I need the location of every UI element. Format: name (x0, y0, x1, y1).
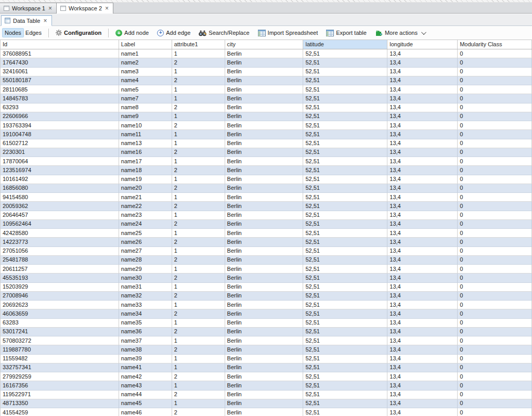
cell-id[interactable]: 61502712 (1, 139, 119, 148)
cell-latitude[interactable]: 52,51 (303, 175, 387, 184)
cell-city[interactable]: Berlin (225, 139, 304, 148)
cell-modularity-class[interactable]: 0 (458, 229, 532, 238)
cell-latitude[interactable]: 52,51 (303, 229, 387, 238)
cell-attribute1[interactable]: 2 (172, 148, 225, 157)
cell-city[interactable]: Berlin (225, 301, 304, 309)
cell-label[interactable]: name3 (119, 68, 172, 76)
cell-modularity-class[interactable]: 0 (458, 112, 532, 121)
cell-longitude[interactable]: 13,4 (387, 399, 458, 408)
cell-latitude[interactable]: 52,51 (303, 85, 387, 94)
cell-city[interactable]: Berlin (225, 372, 304, 381)
cell-id[interactable]: 332757341 (1, 363, 119, 372)
cell-longitude[interactable]: 13,4 (387, 345, 458, 354)
cell-modularity-class[interactable]: 0 (458, 256, 532, 265)
cell-id[interactable]: 63283 (1, 319, 119, 328)
cell-label[interactable]: name8 (119, 103, 172, 112)
cell-latitude[interactable]: 52,51 (303, 76, 387, 85)
cell-city[interactable]: Berlin (225, 238, 304, 246)
cell-label[interactable]: name45 (119, 399, 172, 408)
cell-attribute1[interactable]: 1 (172, 336, 225, 345)
cell-id[interactable]: 15203929 (1, 283, 119, 292)
cell-city[interactable]: Berlin (225, 229, 304, 238)
cell-id[interactable]: 17647430 (1, 58, 119, 67)
table-row[interactable]: 53017241 name36 2 Berlin 52,51 13,4 0 (1, 328, 532, 336)
cell-modularity-class[interactable]: 0 (458, 130, 532, 139)
cell-latitude[interactable]: 52,51 (303, 283, 387, 292)
cell-attribute1[interactable]: 2 (172, 256, 225, 265)
cell-label[interactable]: name17 (119, 157, 172, 166)
cell-modularity-class[interactable]: 0 (458, 175, 532, 184)
cell-id[interactable]: 2230301 (1, 148, 119, 157)
cell-id[interactable]: 16167356 (1, 381, 119, 390)
table-row[interactable]: 119522971 name44 2 Berlin 52,51 13,4 0 (1, 391, 532, 399)
cell-attribute1[interactable]: 2 (172, 372, 225, 381)
cell-city[interactable]: Berlin (225, 247, 304, 256)
column-header-label[interactable]: Label (119, 40, 172, 49)
cell-attribute1[interactable]: 1 (172, 363, 225, 372)
cell-label[interactable]: name32 (119, 292, 172, 301)
cell-latitude[interactable]: 52,51 (303, 49, 387, 58)
cell-id[interactable]: 45535193 (1, 274, 119, 282)
cell-attribute1[interactable]: 1 (172, 399, 225, 408)
cell-latitude[interactable]: 52,51 (303, 121, 387, 130)
cell-city[interactable]: Berlin (225, 274, 304, 282)
cell-longitude[interactable]: 13,4 (387, 301, 458, 309)
cell-id[interactable]: 20059362 (1, 202, 119, 211)
table-row[interactable]: 20692623 name33 1 Berlin 52,51 13,4 0 (1, 301, 532, 309)
cell-longitude[interactable]: 13,4 (387, 372, 458, 381)
cell-attribute1[interactable]: 1 (172, 112, 225, 121)
cell-label[interactable]: name34 (119, 309, 172, 318)
cell-longitude[interactable]: 13,4 (387, 355, 458, 363)
cell-attribute1[interactable]: 2 (172, 408, 225, 416)
table-row[interactable]: 109562464 name24 2 Berlin 52,51 13,4 0 (1, 220, 532, 229)
export-table-button[interactable]: Export table (323, 28, 369, 38)
cell-id[interactable]: 63293 (1, 103, 119, 112)
cell-attribute1[interactable]: 2 (172, 103, 225, 112)
cell-modularity-class[interactable]: 0 (458, 328, 532, 336)
table-row[interactable]: 15203929 name31 1 Berlin 52,51 13,4 0 (1, 283, 532, 292)
cell-label[interactable]: name18 (119, 166, 172, 175)
cell-city[interactable]: Berlin (225, 283, 304, 292)
cell-modularity-class[interactable]: 0 (458, 265, 532, 274)
cell-latitude[interactable]: 52,51 (303, 408, 387, 416)
cell-longitude[interactable]: 13,4 (387, 148, 458, 157)
cell-id[interactable]: 32416061 (1, 68, 119, 76)
cell-id[interactable]: 27051056 (1, 247, 119, 256)
table-row[interactable]: 63293 name8 2 Berlin 52,51 13,4 0 (1, 103, 532, 112)
cell-city[interactable]: Berlin (225, 202, 304, 211)
cell-modularity-class[interactable]: 0 (458, 139, 532, 148)
table-row[interactable]: 570803272 name37 1 Berlin 52,51 13,4 0 (1, 336, 532, 345)
cell-latitude[interactable]: 52,51 (303, 319, 387, 328)
cell-modularity-class[interactable]: 0 (458, 103, 532, 112)
cell-city[interactable]: Berlin (225, 211, 304, 220)
table-row[interactable]: 22606966 name9 1 Berlin 52,51 13,4 0 (1, 112, 532, 121)
cell-city[interactable]: Berlin (225, 355, 304, 363)
cell-id[interactable]: 20692623 (1, 301, 119, 309)
cell-label[interactable]: name27 (119, 247, 172, 256)
cell-modularity-class[interactable]: 0 (458, 301, 532, 309)
cell-attribute1[interactable]: 2 (172, 292, 225, 301)
configuration-button[interactable]: Configuration (53, 28, 104, 37)
column-header-longitude[interactable]: longitude (387, 40, 458, 49)
cell-label[interactable]: name36 (119, 328, 172, 336)
cell-longitude[interactable]: 13,4 (387, 283, 458, 292)
cell-id[interactable]: 123516974 (1, 166, 119, 175)
cell-longitude[interactable]: 13,4 (387, 256, 458, 265)
cell-attribute1[interactable]: 2 (172, 274, 225, 282)
cell-label[interactable]: name2 (119, 58, 172, 67)
cell-longitude[interactable]: 13,4 (387, 193, 458, 202)
table-row[interactable]: 376088951 name1 1 Berlin 52,51 13,4 0 (1, 49, 532, 58)
table-row[interactable]: 20059362 name22 2 Berlin 52,51 13,4 0 (1, 202, 532, 211)
cell-id[interactable]: 41554259 (1, 408, 119, 416)
close-icon[interactable]: × (48, 6, 53, 11)
cell-city[interactable]: Berlin (225, 292, 304, 301)
table-row[interactable]: 41554259 name46 2 Berlin 52,51 13,4 0 (1, 408, 532, 416)
cell-modularity-class[interactable]: 0 (458, 193, 532, 202)
cell-longitude[interactable]: 13,4 (387, 274, 458, 282)
cell-label[interactable]: name11 (119, 130, 172, 139)
cell-longitude[interactable]: 13,4 (387, 265, 458, 274)
cell-modularity-class[interactable]: 0 (458, 309, 532, 318)
cell-modularity-class[interactable]: 0 (458, 202, 532, 211)
column-header-id[interactable]: Id (1, 40, 119, 49)
cell-city[interactable]: Berlin (225, 381, 304, 390)
